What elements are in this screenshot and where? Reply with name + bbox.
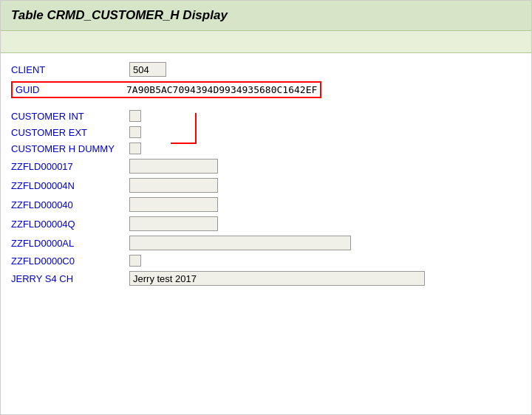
customer-h-dummy-row: CUSTOMER H DUMMY — [11, 143, 141, 154]
toolbar-row — [1, 31, 531, 53]
guid-value: 7A90B5AC7094394D9934935680C1642EF — [126, 84, 317, 95]
zzfld00004q-input[interactable] — [129, 216, 218, 231]
customer-ext-label: CUSTOMER EXT — [11, 127, 129, 138]
zzfld0000al-row: ZZFLD0000AL — [11, 236, 521, 250]
zzfld000017-input[interactable] — [129, 159, 218, 174]
zzfld00004n-input[interactable] — [129, 178, 218, 193]
spacer-1 — [11, 103, 521, 110]
client-row: CLIENT — [11, 62, 521, 77]
zzfld00004n-row: ZZFLD00004N — [11, 178, 521, 193]
customer-ext-row: CUSTOMER EXT — [11, 126, 141, 138]
zzfld00004o-input[interactable] — [129, 197, 218, 212]
annotation-bracket — [171, 113, 197, 144]
bracket-shape — [171, 113, 197, 144]
jerry-s4-ch-input[interactable] — [129, 271, 425, 286]
zzfld00004n-label: ZZFLD00004N — [11, 180, 129, 191]
customer-int-row: CUSTOMER INT — [11, 110, 141, 122]
client-input[interactable] — [129, 62, 166, 77]
guid-label: GUID — [16, 84, 126, 95]
customer-int-checkbox[interactable] — [129, 110, 141, 122]
content-area: CLIENT GUID 7A90B5AC7094394D9934935680C1… — [1, 53, 531, 299]
zzfld00004q-label: ZZFLD00004Q — [11, 219, 129, 230]
zzfld000017-row: ZZFLD000017 — [11, 159, 521, 174]
header: Table CRMD_CUSTOMER_H Display — [1, 1, 531, 31]
zzfld000017-label: ZZFLD000017 — [11, 161, 129, 172]
customer-h-dummy-label: CUSTOMER H DUMMY — [11, 143, 129, 154]
zzfld00004o-row: ZZFLD000040 — [11, 197, 521, 212]
zzfld0000al-input[interactable] — [129, 236, 351, 250]
customer-int-label: CUSTOMER INT — [11, 111, 129, 122]
page-title: Table CRMD_CUSTOMER_H Display — [11, 8, 228, 22]
customer-fields-group: CUSTOMER INT CUSTOMER EXT CUSTOMER H DUM… — [11, 110, 141, 159]
page-container: Table CRMD_CUSTOMER_H Display CLIENT GUI… — [0, 0, 532, 415]
customer-ext-checkbox[interactable] — [129, 126, 141, 138]
zzfld00004o-label: ZZFLD000040 — [11, 199, 129, 210]
zzfld0000al-label: ZZFLD0000AL — [11, 238, 129, 249]
client-label: CLIENT — [11, 64, 129, 75]
zzfld0000c0-row: ZZFLD0000C0 — [11, 255, 521, 267]
jerry-s4-ch-row: JERRY S4 CH — [11, 271, 521, 286]
guid-row: GUID 7A90B5AC7094394D9934935680C1642EF — [11, 81, 321, 98]
zzfld0000c0-label: ZZFLD0000C0 — [11, 255, 129, 267]
zzfld00004q-row: ZZFLD00004Q — [11, 216, 521, 231]
customer-h-dummy-checkbox[interactable] — [129, 143, 141, 154]
jerry-s4-ch-label: JERRY S4 CH — [11, 273, 129, 284]
zzfld0000c0-checkbox[interactable] — [129, 255, 141, 267]
